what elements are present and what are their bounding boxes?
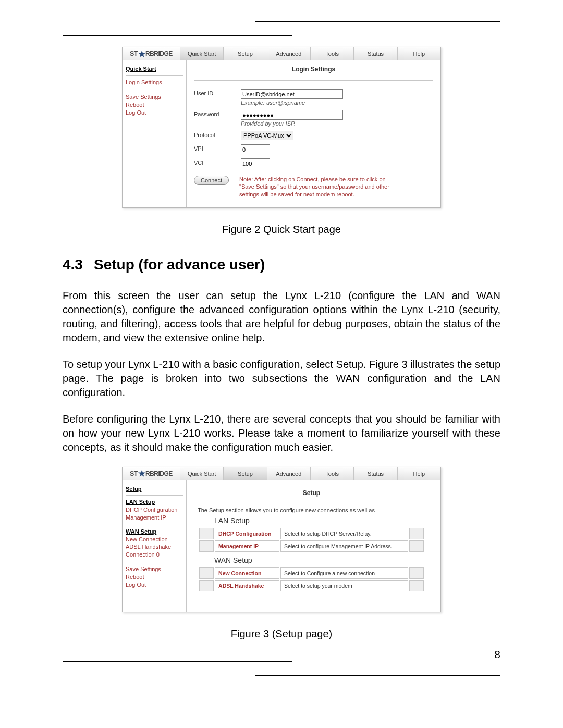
footer-rule-left	[63, 661, 292, 662]
footer-rule-right	[255, 675, 500, 676]
figure-2-screenshot: ST★RBRIDGE Quick Start Setup Advanced To…	[122, 47, 441, 208]
sidebar-title: Quick Start	[126, 66, 183, 72]
main-title: Login Settings	[194, 66, 433, 73]
tab-quick-start[interactable]: Quick Start	[180, 467, 223, 480]
tab-tools[interactable]: Tools	[310, 467, 353, 480]
row-label-mgmt-ip[interactable]: Management IP	[215, 540, 279, 552]
figure-2-caption: Figure 2 Quick Start page	[63, 224, 500, 236]
tab-setup[interactable]: Setup	[223, 47, 266, 60]
sidebar-title: Setup	[126, 486, 183, 492]
paragraph-3: Before configuring the Lynx L-210, there…	[63, 412, 500, 454]
sidebar-link-login-settings[interactable]: Login Settings	[126, 79, 183, 87]
password-input[interactable]	[241, 110, 343, 120]
figure-3-screenshot: ST★RBRIDGE Quick Start Setup Advanced To…	[122, 467, 441, 613]
tab-tools[interactable]: Tools	[310, 47, 353, 60]
figure-3-caption: Figure 3 (Setup page)	[63, 628, 500, 640]
sidebar-link-log-out[interactable]: Log Out	[126, 581, 183, 589]
sidebar-link-mgmt-ip[interactable]: Management IP	[126, 514, 183, 522]
sidebar-link-dhcp[interactable]: DHCP Configuration	[126, 506, 183, 514]
sidebar-link-save-settings[interactable]: Save Settings	[126, 565, 183, 573]
row-desc: Select to Configure a new connection	[280, 567, 408, 579]
header-rule-left	[63, 35, 292, 36]
password-hint: Provided by your ISP.	[241, 120, 433, 127]
vci-label: VCI	[194, 158, 241, 166]
logo: ST★RBRIDGE	[123, 467, 180, 480]
star-icon: ★	[138, 49, 145, 59]
sidebar-link-reboot[interactable]: Reboot	[126, 101, 183, 109]
sidebar: Quick Start Login Settings Save Settings…	[123, 60, 187, 207]
protocol-select[interactable]: PPPoA VC-Mux	[241, 131, 293, 140]
row-desc: Select to configure Management IP Addres…	[280, 540, 408, 552]
user-id-input[interactable]	[241, 89, 343, 99]
top-tabs: Quick Start Setup Advanced Tools Status …	[180, 467, 440, 480]
connect-button[interactable]: Connect	[194, 176, 229, 185]
sidebar-link-adsl[interactable]: ADSL Handshake	[126, 543, 183, 551]
sidebar-link-reboot[interactable]: Reboot	[126, 573, 183, 581]
section-title: Setup (for advance user)	[94, 256, 265, 273]
lan-setup-title: LAN Setup	[214, 516, 430, 525]
tab-quick-start[interactable]: Quick Start	[180, 47, 223, 60]
row-desc: Select to setup your modem	[280, 580, 408, 591]
vpi-label: VPI	[194, 144, 241, 152]
sidebar-wan-header: WAN Setup	[126, 528, 183, 535]
vci-input[interactable]	[241, 158, 270, 168]
row-label-dhcp[interactable]: DHCP Configuration	[215, 528, 279, 539]
password-label: Password	[194, 110, 241, 117]
setup-intro-text: The Setup section allows you to configur…	[198, 507, 430, 513]
row-label-adsl[interactable]: ADSL Handshake	[215, 580, 279, 591]
tab-advanced[interactable]: Advanced	[267, 47, 310, 60]
sidebar: Setup LAN Setup DHCP Configuration Manag…	[123, 480, 187, 612]
section-heading: 4.3Setup (for advance user)	[63, 256, 500, 273]
section-number: 4.3	[63, 256, 94, 273]
star-icon: ★	[138, 468, 145, 478]
connect-note: Note: After clicking on Connect, please …	[239, 176, 396, 198]
lan-setup-table: DHCP Configuration Select to setup DHCP …	[198, 527, 425, 553]
table-row: New Connection Select to Configure a new…	[199, 567, 424, 579]
table-row: ADSL Handshake Select to setup your mode…	[199, 580, 424, 591]
header-rule-right	[255, 21, 500, 22]
row-desc: Select to setup DHCP Server/Relay.	[280, 528, 408, 539]
tab-status[interactable]: Status	[353, 47, 397, 60]
page-number: 8	[494, 648, 500, 661]
tab-help[interactable]: Help	[397, 47, 440, 60]
sidebar-link-new-conn[interactable]: New Connection	[126, 536, 183, 544]
top-tabs: Quick Start Setup Advanced Tools Status …	[180, 47, 440, 60]
vpi-input[interactable]	[241, 144, 270, 154]
tab-setup[interactable]: Setup	[223, 467, 266, 480]
setup-main-title: Setup	[193, 489, 430, 497]
table-row: Management IP Select to configure Manage…	[199, 540, 424, 552]
row-label-new-conn[interactable]: New Connection	[215, 567, 279, 579]
sidebar-link-log-out[interactable]: Log Out	[126, 109, 183, 117]
paragraph-1: From this screen the user can setup the …	[63, 289, 500, 345]
user-id-label: User ID	[194, 89, 241, 96]
protocol-label: Protocol	[194, 131, 241, 138]
wan-setup-table: New Connection Select to Configure a new…	[198, 566, 425, 593]
sidebar-link-conn0[interactable]: Connection 0	[126, 551, 183, 559]
tab-advanced[interactable]: Advanced	[267, 467, 310, 480]
sidebar-link-save-settings[interactable]: Save Settings	[126, 93, 183, 101]
wan-setup-title: WAN Setup	[214, 556, 430, 564]
paragraph-2: To setup your Lynx L-210 with a basic co…	[63, 357, 500, 400]
user-id-hint: Example: user@ispname	[241, 100, 433, 106]
tab-help[interactable]: Help	[397, 467, 440, 480]
sidebar-lan-header: LAN Setup	[126, 499, 183, 505]
logo: ST★RBRIDGE	[123, 47, 180, 60]
table-row: DHCP Configuration Select to setup DHCP …	[199, 528, 424, 539]
tab-status[interactable]: Status	[353, 467, 397, 480]
